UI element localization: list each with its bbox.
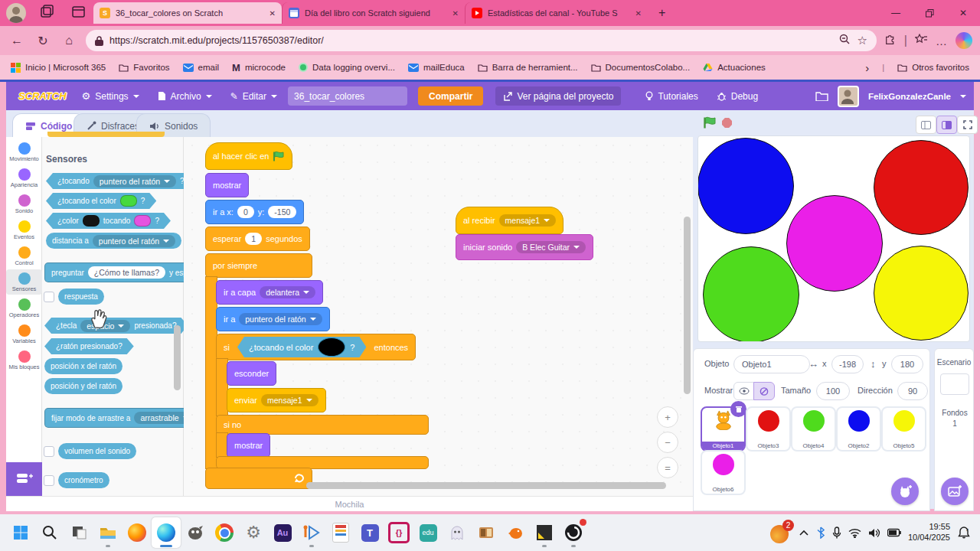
block-ir-a-xy[interactable]: ir a x:0y:-150 bbox=[205, 200, 304, 224]
sprite-x-input[interactable]: -198 bbox=[831, 355, 864, 373]
zoom-reset-button[interactable]: = bbox=[657, 457, 678, 478]
text-input[interactable]: ¿Cómo te llamas? bbox=[88, 266, 165, 279]
block-al-recibir[interactable]: al recibirmensaje1 bbox=[456, 207, 564, 234]
bookmark-data-logging[interactable]: Data logging overvi... bbox=[299, 63, 395, 72]
delete-sprite-badge[interactable] bbox=[730, 401, 746, 417]
backpack-bar[interactable]: Mochila bbox=[6, 496, 693, 511]
script-horizontal-scrollbar[interactable] bbox=[306, 482, 666, 489]
battery-icon[interactable] bbox=[887, 528, 901, 537]
sprite-direction-input[interactable]: 90 bbox=[897, 382, 928, 400]
backdrop-panel[interactable]: Escenario Fondos 1 bbox=[934, 348, 974, 511]
username[interactable]: FelixGonzalezCanle bbox=[868, 92, 951, 101]
hide-sprite-button[interactable] bbox=[753, 382, 775, 400]
sprite-thumb-objeto3[interactable]: Objeto3 bbox=[746, 406, 791, 452]
zoom-in-button[interactable]: + bbox=[657, 406, 678, 428]
project-page-button[interactable]: Ver página del proyecto bbox=[495, 86, 621, 106]
block-color-tocando[interactable]: ¿colortocando? bbox=[46, 213, 171, 229]
notification-bell-icon[interactable]: z bbox=[957, 526, 971, 540]
tab-close-icon[interactable]: ✕ bbox=[270, 9, 276, 18]
sprite-thumb-objeto6[interactable]: Objeto6 bbox=[701, 450, 746, 495]
script-vertical-scrollbar[interactable] bbox=[684, 217, 691, 394]
small-stage-button[interactable] bbox=[916, 116, 936, 134]
gimp-icon[interactable] bbox=[181, 517, 210, 548]
bookmark-favoritos[interactable]: Favoritos bbox=[119, 63, 169, 72]
favorites-bar-icon[interactable] bbox=[915, 34, 928, 48]
zoom-out-icon[interactable] bbox=[839, 34, 851, 47]
browser-tab-youtube[interactable]: Estadísticas del canal - YouTube S ✕ bbox=[465, 2, 648, 24]
scratch-logo[interactable]: SCRATCH bbox=[14, 90, 71, 102]
microphone-icon[interactable] bbox=[832, 527, 841, 539]
stage-circle-red[interactable] bbox=[874, 140, 969, 235]
browser-tab-scratch[interactable]: S 36_tocar_colores on Scratch ✕ bbox=[93, 2, 282, 24]
show-sprite-button[interactable] bbox=[733, 382, 755, 400]
block-tecla-presionada[interactable]: ¿teclaespaciopresionada? bbox=[44, 318, 188, 334]
chrome-icon[interactable] bbox=[210, 517, 239, 548]
block-distancia[interactable]: distancia apuntero del ratón bbox=[46, 233, 181, 249]
debug-button[interactable]: Debug bbox=[709, 82, 766, 110]
firefox-icon[interactable] bbox=[122, 517, 152, 548]
taskbar-clock[interactable]: 19:55 10/04/2025 bbox=[908, 522, 950, 543]
tutorials-button[interactable]: Tutoriales bbox=[638, 82, 705, 110]
address-bar[interactable]: https://scratch.mit.edu/projects/1157650… bbox=[86, 30, 877, 51]
block-esperar[interactable]: esperar1segundos bbox=[205, 227, 310, 251]
block-tocando-color[interactable]: ¿tocando el color? bbox=[46, 193, 156, 209]
back-icon[interactable]: ← bbox=[8, 34, 26, 47]
color-swatch[interactable] bbox=[120, 195, 137, 207]
stage-circle-blue[interactable] bbox=[697, 138, 794, 234]
workspaces-icon[interactable] bbox=[32, 5, 63, 21]
zoom-out-button[interactable]: − bbox=[657, 432, 678, 453]
media-viewer-icon[interactable] bbox=[297, 517, 326, 548]
checkbox-cronometro[interactable] bbox=[44, 475, 54, 486]
block-posicion-y[interactable]: posición y del ratón bbox=[44, 378, 122, 394]
magenta-app-icon[interactable]: {} bbox=[384, 517, 413, 548]
checkbox-volumen[interactable] bbox=[44, 446, 54, 457]
bookmark-microcode[interactable]: Mmicrocode bbox=[232, 62, 286, 73]
close-button[interactable]: ✕ bbox=[946, 2, 980, 24]
block-si-no[interactable]: si no bbox=[216, 415, 429, 435]
restore-button[interactable] bbox=[913, 2, 946, 24]
bookmarks-overflow-icon[interactable]: › bbox=[865, 61, 869, 74]
block-posicion-x[interactable]: posición x del ratón bbox=[44, 358, 122, 374]
category-apariencia[interactable]: Apariencia bbox=[6, 165, 42, 191]
block-si-entonces[interactable]: si ¿tocando el color? entonces bbox=[216, 334, 416, 360]
category-variables[interactable]: Variables bbox=[6, 321, 42, 347]
stage-circle-green[interactable] bbox=[703, 246, 799, 342]
sprite-thumb-objeto4[interactable]: Objeto4 bbox=[791, 406, 836, 452]
block-cronometro[interactable]: cronómetro bbox=[58, 472, 109, 488]
notification-app-icon[interactable]: 2 bbox=[770, 522, 792, 543]
add-backdrop-button[interactable] bbox=[941, 478, 969, 505]
partial-block-remnant[interactable] bbox=[47, 132, 165, 137]
stage[interactable] bbox=[697, 135, 970, 342]
new-tab-button[interactable]: + bbox=[648, 6, 676, 20]
bookmark-microsoft365[interactable]: Inicio | Microsoft 365 bbox=[11, 63, 106, 73]
bookmark-maileduca[interactable]: mailEduca bbox=[408, 63, 465, 72]
block-mostrar-2[interactable]: mostrar bbox=[227, 433, 270, 458]
category-movimiento[interactable]: Movimiento bbox=[6, 139, 42, 165]
stage-circle-magenta[interactable] bbox=[786, 195, 883, 292]
color-swatch[interactable] bbox=[83, 215, 100, 227]
add-sprite-button[interactable] bbox=[891, 478, 919, 505]
tab-actions-icon[interactable] bbox=[63, 6, 93, 21]
browser-profile-avatar[interactable] bbox=[6, 3, 26, 23]
settings-menu[interactable]: ⚙Settings bbox=[74, 82, 147, 110]
copilot-icon[interactable] bbox=[956, 32, 972, 49]
tab-close-icon[interactable]: ✕ bbox=[635, 9, 642, 18]
project-name-input[interactable]: 36_tocar_colores bbox=[288, 86, 407, 106]
minimize-button[interactable]: — bbox=[879, 2, 913, 24]
bird-app-icon[interactable] bbox=[501, 517, 530, 548]
edit-menu[interactable]: ✎Editar bbox=[223, 82, 285, 110]
bluetooth-icon[interactable] bbox=[816, 527, 825, 539]
user-avatar[interactable] bbox=[838, 86, 859, 107]
task-view-icon[interactable] bbox=[64, 517, 93, 548]
palette-scrollbar[interactable] bbox=[174, 325, 181, 390]
block-raton-presionado[interactable]: ¿ratón presionado? bbox=[44, 338, 134, 354]
file-explorer-icon[interactable] bbox=[93, 517, 122, 548]
search-icon[interactable] bbox=[35, 517, 64, 548]
block-volumen[interactable]: volumen del sonido bbox=[58, 443, 136, 459]
browser-tab-dia-del-libro[interactable]: Día del libro con Scratch siguiend ✕ bbox=[282, 2, 465, 24]
block-ir-a-capa[interactable]: ir a capadelantera bbox=[216, 280, 323, 305]
block-modo-arrastre[interactable]: fijar modo de arrastre aarrastrable bbox=[44, 408, 202, 428]
color-swatch[interactable] bbox=[134, 215, 151, 227]
category-eventos[interactable]: Eventos bbox=[6, 217, 42, 243]
color-swatch[interactable] bbox=[318, 337, 345, 357]
